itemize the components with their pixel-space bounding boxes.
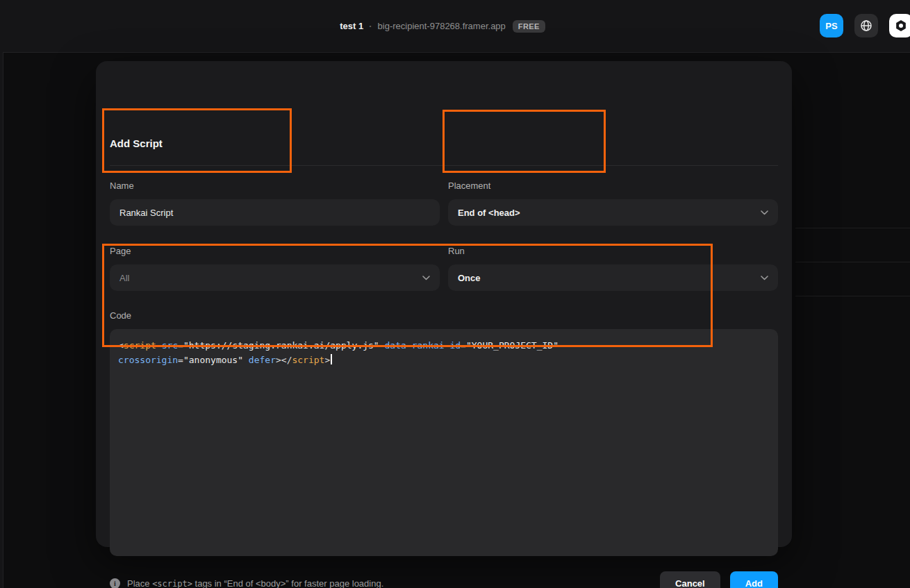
globe-icon xyxy=(860,19,872,32)
name-label: Name xyxy=(110,180,440,191)
background-row-divider xyxy=(795,228,910,228)
topbar: test 1 · big-recipient-978268.framer.app… xyxy=(0,0,910,52)
cancel-button[interactable]: Cancel xyxy=(660,571,720,588)
background-row-divider xyxy=(795,262,910,262)
run-select[interactable]: Once xyxy=(448,264,778,291)
run-value: Once xyxy=(458,273,755,283)
publish-globe-button[interactable] xyxy=(854,14,878,37)
page-value: All xyxy=(119,273,417,283)
modal-footer: i Place <script> tags in “End of <body>”… xyxy=(110,571,778,588)
code-label: Code xyxy=(110,310,131,321)
info-text: Place <script> tags in “End of <body>” f… xyxy=(127,578,383,588)
name-input[interactable]: Rankai Script xyxy=(110,199,440,226)
code-line: crossorigin="anonymous" defer></script> xyxy=(118,353,770,367)
placement-select[interactable]: End of <head> xyxy=(448,199,778,226)
code-line: <script src="https://staging.rankai.ai/a… xyxy=(118,338,770,353)
project-domain: big-recipient-978268.framer.app xyxy=(378,21,506,31)
run-label: Run xyxy=(448,246,778,256)
nut-icon xyxy=(894,19,908,33)
page-select[interactable]: All xyxy=(110,264,440,291)
text-cursor xyxy=(331,354,332,364)
placement-value: End of <head> xyxy=(458,208,755,218)
placement-label: Placement xyxy=(448,180,778,191)
name-field: Name Rankai Script xyxy=(110,180,440,226)
info-icon: i xyxy=(110,578,120,588)
code-editor[interactable]: <script src="https://staging.rankai.ai/a… xyxy=(110,329,778,556)
title-separator: · xyxy=(369,21,372,31)
plugin-button[interactable] xyxy=(889,14,910,37)
project-breadcrumb: test 1 · big-recipient-978268.framer.app… xyxy=(340,20,545,33)
chevron-down-icon xyxy=(422,276,430,280)
modal-title: Add Script xyxy=(110,137,163,149)
avatar[interactable]: PS xyxy=(820,14,843,37)
plan-badge: FREE xyxy=(513,20,545,33)
background-row-divider xyxy=(795,296,910,296)
project-title: test 1 xyxy=(340,21,363,31)
chevron-down-icon xyxy=(761,210,768,215)
run-field: Run Once xyxy=(448,246,778,291)
topbar-actions: PS xyxy=(820,14,910,37)
header-divider xyxy=(110,165,778,166)
name-value: Rankai Script xyxy=(119,208,430,218)
add-script-modal: Add Script Name Rankai Script Placement … xyxy=(96,61,792,547)
page-field: Page All xyxy=(110,246,440,291)
add-button[interactable]: Add xyxy=(730,571,778,588)
page-label: Page xyxy=(110,246,440,256)
chevron-down-icon xyxy=(761,276,768,280)
placement-field: Placement End of <head> xyxy=(448,180,778,226)
info-note: i Place <script> tags in “End of <body>”… xyxy=(110,578,660,588)
